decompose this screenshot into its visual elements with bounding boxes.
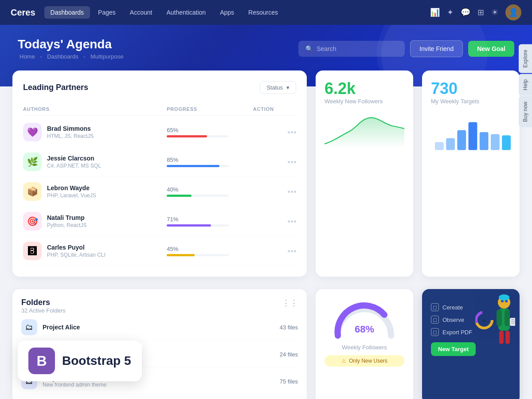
status-label: Status [266,84,283,91]
create-icon: □ [431,303,439,311]
warning-icon: ⚠ [341,358,346,364]
folder-files: 24 files [280,351,298,358]
folders-header: Folders 32 Active Folders ⋮⋮ [21,298,298,314]
grid-icon[interactable]: ⊞ [477,8,484,17]
table-row: 🎯 Natali Trump Python, ReactJS 71% [23,207,296,236]
leading-partners-card: Leading Partners Status ▾ AUTHORS PROGRE… [12,70,307,277]
nav-authentication[interactable]: Authentication [160,6,212,19]
svg-point-16 [499,294,509,301]
progress-cell: 85% [167,156,253,167]
new-target-button[interactable]: New Target [431,342,476,356]
action-menu[interactable] [253,220,296,223]
action-menu[interactable] [253,131,296,133]
nav-resources[interactable]: Resources [242,6,284,19]
main-content: Leading Partners Status ▾ AUTHORS PROGRE… [0,70,532,289]
svg-rect-5 [491,134,500,150]
explore-tab[interactable]: Explore [519,44,532,73]
observe-icon: □ [431,316,439,324]
bootstrap-badge: B Bootstrap 5 [18,340,142,381]
progress-bar-bg [167,135,229,137]
svg-rect-1 [446,138,455,150]
user-avatar[interactable]: 👤 [505,4,521,20]
breadcrumb-dashboards[interactable]: Dashboards [47,53,78,60]
progress-cell: 45% [167,246,253,256]
folders-title: Folders [21,298,66,307]
dark-card-item-create: □ Cereate [431,303,511,311]
progress-bar-fill [167,165,219,167]
help-tab[interactable]: Help [519,74,532,96]
search-box[interactable]: 🔍 [298,41,405,57]
progress-percent: 85% [167,156,253,163]
author-name: Lebron Wayde [47,184,96,192]
svg-rect-3 [469,122,477,150]
table-row: 🅱 Carles Puyol PHP, SQLite, Artisan CLI … [23,236,296,266]
svg-rect-6 [502,135,511,150]
sparkle-icon[interactable]: ✦ [447,8,454,17]
author-info: 🌿 Jessie Clarcson C#, ASP.NET, MS SQL [23,153,167,171]
progress-bar-fill [167,195,192,197]
progress-bar-bg [167,165,229,167]
new-users-badge: ⚠ Only New Users [325,355,404,367]
nav-apps[interactable]: Apps [214,6,240,19]
sun-icon[interactable]: ☀ [491,8,498,17]
author-name: Brad Simmons [47,125,94,132]
table-header: AUTHORS PROGRESS ACTION [23,103,296,116]
gauge-chart: 68% [329,298,400,342]
dark-card-item-export: □ Export PDF [431,328,511,336]
targets-chart [431,110,511,154]
progress-cell: 40% [167,186,253,197]
folders-menu-icon[interactable]: ⋮⋮ [282,298,298,308]
folder-name: Project Alice [43,324,274,331]
folder-desc: New frontend admin theme [43,382,274,388]
table-row: 🌿 Jessie Clarcson C#, ASP.NET, MS SQL 85… [23,147,296,177]
progress-bar-bg [167,195,229,197]
targets-label: My Weekly Targets [431,98,511,105]
status-dropdown[interactable]: Status ▾ [260,81,296,94]
header-left: Todays' Agenda Home - Dashboards - Multi… [18,37,125,60]
action-menu[interactable] [253,161,296,163]
search-icon: 🔍 [305,45,313,52]
progress-percent: 40% [167,186,253,193]
nav-pages[interactable]: Pages [92,6,122,19]
new-goal-button[interactable]: New Goal [468,41,514,57]
page-title: Todays' Agenda [18,37,125,51]
avatar: 📦 [23,182,42,201]
partners-title: Leading Partners [23,83,88,92]
nav-dashboards[interactable]: Dashboards [44,6,90,19]
author-info: 📦 Lebron Wayde PHP, Laravel, VueJS [23,182,167,201]
search-input[interactable] [317,45,398,52]
list-item: 🗂 Project Alice 43 files [21,314,298,341]
progress-percent: 45% [167,246,253,252]
side-panel: Explore Help Buy now [519,44,532,128]
bootstrap-icon: B [28,348,55,374]
message-icon[interactable]: 💬 [461,8,470,17]
avatar: 🌿 [23,153,42,171]
breadcrumb-home[interactable]: Home [20,53,35,60]
author-skills: HTML, JS, ReactJS [47,133,94,139]
breadcrumb-multipurpose: Multipurpose [90,53,123,60]
nav-icons: 📊 ✦ 💬 ⊞ ☀ 👤 [430,4,521,20]
table-row: 💜 Brad Simmons HTML, JS, ReactJS 65% [23,117,296,147]
targets-number: 730 [431,79,511,98]
followers-card: 6.2k Weekly New Followers [316,70,413,277]
dark-action-card: □ Cereate □ Observe □ Export PDF New Tar… [422,289,520,399]
progress-bar-fill [167,224,211,227]
nav-account[interactable]: Account [124,6,159,19]
bootstrap-text: Bootstrap 5 [62,354,131,368]
chart-icon[interactable]: 📊 [430,8,440,17]
header-row: Todays' Agenda Home - Dashboards - Multi… [18,37,514,60]
buy-now-tab[interactable]: Buy now [519,96,532,127]
progress-bar-fill [167,135,207,137]
action-menu[interactable] [253,250,296,252]
chevron-down-icon: ▾ [286,84,289,91]
progress-cell: 65% [167,127,253,137]
author-skills: PHP, Laravel, VueJS [47,192,96,199]
author-name: Carles Puyol [47,244,106,251]
action-menu[interactable] [253,191,296,193]
progress-cell: 71% [167,216,253,227]
author-skills: C#, ASP.NET, MS SQL [47,163,101,169]
author-info: 🎯 Natali Trump Python, ReactJS [23,212,167,231]
partners-header: Leading Partners Status ▾ [23,81,296,94]
invite-friend-button[interactable]: Invite Friend [410,40,463,57]
svg-rect-4 [480,132,489,150]
